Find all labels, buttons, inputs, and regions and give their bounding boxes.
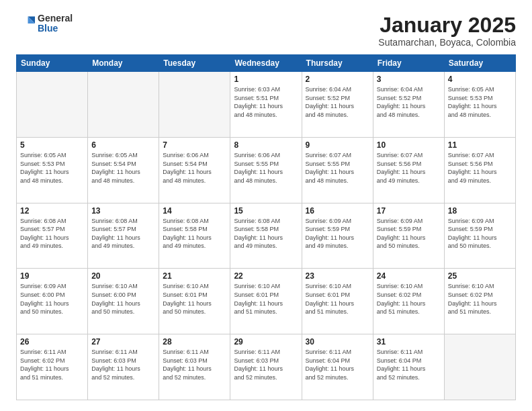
calendar-day-cell: 16Sunrise: 6:09 AM Sunset: 5:59 PM Dayli… xyxy=(302,203,373,269)
day-number: 1 xyxy=(234,75,298,84)
day-info: Sunrise: 6:05 AM Sunset: 5:54 PM Dayligh… xyxy=(91,151,155,185)
calendar-day-cell: 19Sunrise: 6:09 AM Sunset: 6:00 PM Dayli… xyxy=(17,269,88,334)
day-info: Sunrise: 6:04 AM Sunset: 5:52 PM Dayligh… xyxy=(377,85,441,119)
day-info: Sunrise: 6:08 AM Sunset: 5:57 PM Dayligh… xyxy=(91,217,155,250)
day-number: 10 xyxy=(377,140,441,150)
day-number: 13 xyxy=(91,206,155,216)
calendar-day-cell: 30Sunrise: 6:11 AM Sunset: 6:04 PM Dayli… xyxy=(302,334,373,400)
calendar-day-cell: 31Sunrise: 6:11 AM Sunset: 6:04 PM Dayli… xyxy=(373,334,444,400)
day-info: Sunrise: 6:08 AM Sunset: 5:58 PM Dayligh… xyxy=(234,217,298,250)
calendar-day-cell xyxy=(17,72,88,138)
calendar-day-cell xyxy=(444,334,515,400)
day-of-week-header: Monday xyxy=(88,55,159,72)
calendar-header-row: SundayMondayTuesdayWednesdayThursdayFrid… xyxy=(17,55,516,72)
calendar-week-row: 26Sunrise: 6:11 AM Sunset: 6:02 PM Dayli… xyxy=(17,334,516,400)
logo-general-label: General xyxy=(38,13,73,24)
calendar-day-cell: 3Sunrise: 6:04 AM Sunset: 5:52 PM Daylig… xyxy=(373,72,444,138)
day-info: Sunrise: 6:03 AM Sunset: 5:51 PM Dayligh… xyxy=(234,85,298,119)
day-number: 27 xyxy=(91,337,155,347)
subtitle: Sutamarchan, Boyaca, Colombia xyxy=(378,37,516,48)
calendar-day-cell: 1Sunrise: 6:03 AM Sunset: 5:51 PM Daylig… xyxy=(230,72,302,138)
day-info: Sunrise: 6:10 AM Sunset: 6:02 PM Dayligh… xyxy=(448,282,512,316)
day-number: 4 xyxy=(448,75,512,84)
day-info: Sunrise: 6:11 AM Sunset: 6:03 PM Dayligh… xyxy=(234,348,298,381)
calendar-day-cell: 9Sunrise: 6:07 AM Sunset: 5:55 PM Daylig… xyxy=(302,137,373,203)
calendar-table: SundayMondayTuesdayWednesdayThursdayFrid… xyxy=(16,54,516,400)
day-number: 18 xyxy=(448,206,512,216)
header: General Blue January 2025 Sutamarchan, B… xyxy=(16,13,516,48)
calendar-day-cell xyxy=(159,72,230,138)
calendar-day-cell: 29Sunrise: 6:11 AM Sunset: 6:03 PM Dayli… xyxy=(230,334,302,400)
day-number: 21 xyxy=(163,271,226,281)
calendar-day-cell: 10Sunrise: 6:07 AM Sunset: 5:56 PM Dayli… xyxy=(373,137,444,203)
day-of-week-header: Friday xyxy=(373,55,444,72)
logo-icon xyxy=(16,14,35,33)
day-number: 23 xyxy=(306,271,369,281)
day-number: 29 xyxy=(234,337,298,347)
day-number: 22 xyxy=(234,271,298,281)
day-info: Sunrise: 6:10 AM Sunset: 6:01 PM Dayligh… xyxy=(163,282,226,316)
day-info: Sunrise: 6:04 AM Sunset: 5:52 PM Dayligh… xyxy=(306,85,369,119)
day-info: Sunrise: 6:09 AM Sunset: 5:59 PM Dayligh… xyxy=(377,217,441,250)
calendar-day-cell xyxy=(88,72,159,138)
day-info: Sunrise: 6:08 AM Sunset: 5:57 PM Dayligh… xyxy=(20,217,84,250)
day-number: 15 xyxy=(234,206,298,216)
calendar-day-cell: 14Sunrise: 6:08 AM Sunset: 5:58 PM Dayli… xyxy=(159,203,230,269)
day-number: 8 xyxy=(234,140,298,150)
day-info: Sunrise: 6:07 AM Sunset: 5:56 PM Dayligh… xyxy=(377,151,441,185)
day-number: 3 xyxy=(377,75,441,84)
day-info: Sunrise: 6:11 AM Sunset: 6:03 PM Dayligh… xyxy=(163,348,226,381)
calendar-day-cell: 11Sunrise: 6:07 AM Sunset: 5:56 PM Dayli… xyxy=(444,137,515,203)
calendar-day-cell: 27Sunrise: 6:11 AM Sunset: 6:03 PM Dayli… xyxy=(88,334,159,400)
calendar-week-row: 1Sunrise: 6:03 AM Sunset: 5:51 PM Daylig… xyxy=(17,72,516,138)
day-info: Sunrise: 6:05 AM Sunset: 5:53 PM Dayligh… xyxy=(20,151,84,185)
day-info: Sunrise: 6:07 AM Sunset: 5:55 PM Dayligh… xyxy=(306,151,369,185)
day-info: Sunrise: 6:10 AM Sunset: 6:01 PM Dayligh… xyxy=(306,282,369,316)
day-number: 17 xyxy=(377,206,441,216)
calendar-day-cell: 12Sunrise: 6:08 AM Sunset: 5:57 PM Dayli… xyxy=(17,203,88,269)
day-number: 14 xyxy=(163,206,226,216)
day-number: 11 xyxy=(448,140,512,150)
day-number: 24 xyxy=(377,271,441,281)
calendar-day-cell: 15Sunrise: 6:08 AM Sunset: 5:58 PM Dayli… xyxy=(230,203,302,269)
calendar-week-row: 5Sunrise: 6:05 AM Sunset: 5:53 PM Daylig… xyxy=(17,137,516,203)
calendar-day-cell: 24Sunrise: 6:10 AM Sunset: 6:02 PM Dayli… xyxy=(373,269,444,334)
calendar-day-cell: 13Sunrise: 6:08 AM Sunset: 5:57 PM Dayli… xyxy=(88,203,159,269)
day-of-week-header: Thursday xyxy=(302,55,373,72)
day-of-week-header: Wednesday xyxy=(230,55,302,72)
calendar-day-cell: 17Sunrise: 6:09 AM Sunset: 5:59 PM Dayli… xyxy=(373,203,444,269)
month-title: January 2025 xyxy=(378,13,516,37)
day-number: 9 xyxy=(306,140,369,150)
day-number: 30 xyxy=(306,337,369,347)
day-info: Sunrise: 6:09 AM Sunset: 5:59 PM Dayligh… xyxy=(306,217,369,250)
calendar-day-cell: 22Sunrise: 6:10 AM Sunset: 6:01 PM Dayli… xyxy=(230,269,302,334)
day-info: Sunrise: 6:09 AM Sunset: 5:59 PM Dayligh… xyxy=(448,217,512,250)
logo: General Blue xyxy=(16,13,73,34)
day-info: Sunrise: 6:05 AM Sunset: 5:53 PM Dayligh… xyxy=(448,85,512,119)
day-info: Sunrise: 6:09 AM Sunset: 6:00 PM Dayligh… xyxy=(20,282,84,316)
calendar-day-cell: 7Sunrise: 6:06 AM Sunset: 5:54 PM Daylig… xyxy=(159,137,230,203)
calendar-day-cell: 23Sunrise: 6:10 AM Sunset: 6:01 PM Dayli… xyxy=(302,269,373,334)
calendar-week-row: 19Sunrise: 6:09 AM Sunset: 6:00 PM Dayli… xyxy=(17,269,516,334)
title-block: January 2025 Sutamarchan, Boyaca, Colomb… xyxy=(378,13,516,48)
day-number: 25 xyxy=(448,271,512,281)
day-number: 5 xyxy=(20,140,84,150)
day-info: Sunrise: 6:07 AM Sunset: 5:56 PM Dayligh… xyxy=(448,151,512,185)
logo-blue-label: Blue xyxy=(38,24,73,34)
day-info: Sunrise: 6:11 AM Sunset: 6:03 PM Dayligh… xyxy=(91,348,155,381)
day-number: 20 xyxy=(91,271,155,281)
day-of-week-header: Saturday xyxy=(444,55,515,72)
day-number: 2 xyxy=(306,75,369,84)
day-info: Sunrise: 6:08 AM Sunset: 5:58 PM Dayligh… xyxy=(163,217,226,250)
calendar-day-cell: 21Sunrise: 6:10 AM Sunset: 6:01 PM Dayli… xyxy=(159,269,230,334)
calendar-day-cell: 4Sunrise: 6:05 AM Sunset: 5:53 PM Daylig… xyxy=(444,72,515,138)
day-info: Sunrise: 6:10 AM Sunset: 6:01 PM Dayligh… xyxy=(234,282,298,316)
day-info: Sunrise: 6:10 AM Sunset: 6:02 PM Dayligh… xyxy=(377,282,441,316)
day-info: Sunrise: 6:11 AM Sunset: 6:02 PM Dayligh… xyxy=(20,348,84,381)
day-number: 28 xyxy=(163,337,226,347)
calendar-day-cell: 26Sunrise: 6:11 AM Sunset: 6:02 PM Dayli… xyxy=(17,334,88,400)
day-number: 19 xyxy=(20,271,84,281)
day-info: Sunrise: 6:11 AM Sunset: 6:04 PM Dayligh… xyxy=(377,348,441,381)
day-number: 7 xyxy=(163,140,226,150)
day-info: Sunrise: 6:11 AM Sunset: 6:04 PM Dayligh… xyxy=(306,348,369,381)
